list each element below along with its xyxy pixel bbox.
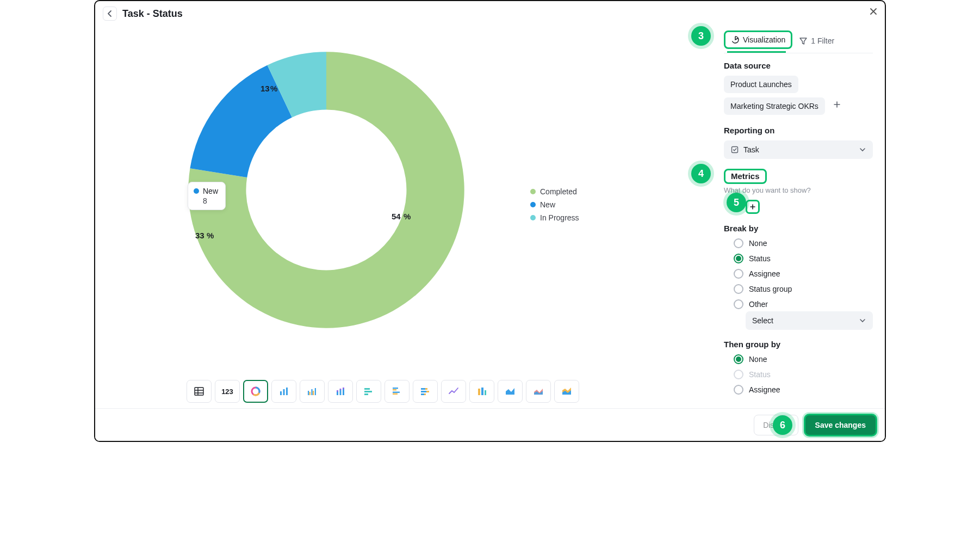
multi-area-icon: [533, 386, 544, 397]
svg-rect-18: [364, 394, 368, 395]
svg-rect-15: [343, 388, 344, 389]
table-icon: [194, 386, 204, 397]
svg-rect-14: [343, 389, 344, 395]
svg-rect-26: [426, 391, 429, 392]
viz-line-button[interactable]: [441, 380, 466, 403]
viz-stacked-bar-button[interactable]: [328, 380, 353, 403]
step-badge-3: 3: [691, 26, 711, 46]
add-data-source-button[interactable]: [830, 98, 843, 111]
svg-rect-21: [393, 392, 400, 393]
tab-visualization[interactable]: Visualization: [724, 30, 792, 49]
chart-area: 54% 33% 13% New 8 Completed: [95, 25, 718, 408]
add-metric-button[interactable]: [746, 200, 760, 214]
viz-column-colored-button[interactable]: [469, 380, 494, 403]
radio-group-none[interactable]: None: [734, 354, 873, 364]
tab-underline: [727, 51, 786, 53]
legend-item-new[interactable]: New: [530, 200, 579, 209]
close-icon: [869, 7, 878, 16]
dot-icon: [194, 188, 199, 194]
bar-chart-icon: [278, 386, 289, 397]
viz-stacked-area-button[interactable]: [554, 380, 579, 403]
viz-bar-button[interactable]: [271, 380, 296, 403]
break-by-radios: None Status Assignee Status group Other: [734, 238, 873, 309]
svg-rect-23: [421, 388, 425, 390]
legend-item-completed[interactable]: Completed: [530, 187, 579, 196]
svg-rect-3: [283, 389, 285, 395]
save-changes-button[interactable]: Save changes: [804, 414, 877, 437]
radio-break-status-group[interactable]: Status group: [734, 284, 873, 294]
svg-rect-12: [340, 390, 342, 395]
svg-rect-11: [337, 390, 338, 392]
svg-rect-31: [485, 390, 486, 395]
chart-tooltip: New 8: [188, 182, 226, 210]
chip-data-source-1[interactable]: Marketing Strategic OKRs: [724, 97, 825, 115]
number-icon: 123: [221, 388, 233, 396]
line-chart-icon: [448, 386, 459, 397]
radio-break-status[interactable]: Status: [734, 254, 873, 263]
footer: Discard Save changes: [95, 408, 885, 441]
radio-group-assignee[interactable]: Assignee: [734, 385, 873, 395]
config-sidebar: Visualization 1 Filter Data source Produ…: [718, 25, 885, 408]
radio-group-status: Status: [734, 370, 873, 379]
reporting-on-select[interactable]: Task: [724, 140, 873, 159]
heading-break-by: Break by: [724, 224, 873, 233]
tooltip-label: New: [203, 187, 218, 195]
svg-rect-0: [195, 388, 203, 395]
chart-legend: Completed New In Progress: [530, 187, 579, 222]
svg-rect-17: [364, 391, 372, 392]
then-group-radios: None Status Assignee: [734, 354, 873, 395]
tooltip-count: 8: [194, 196, 219, 205]
plus-icon: [833, 100, 841, 109]
task-icon: [730, 145, 739, 154]
svg-rect-22: [393, 394, 398, 395]
svg-rect-20: [393, 389, 396, 390]
donut-chart: 54% 33% 13% New 8: [166, 29, 487, 351]
viz-number-button[interactable]: 123: [215, 380, 240, 403]
viz-multi-area-button[interactable]: [526, 380, 551, 403]
svg-rect-2: [280, 391, 282, 395]
chip-data-source-0[interactable]: Product Launches: [724, 76, 798, 93]
viz-donut-button[interactable]: [243, 380, 268, 403]
header: Task - Status: [95, 1, 885, 25]
dot-icon: [530, 189, 536, 194]
step-badge-4: 4: [691, 164, 711, 183]
sidebar-tabs: Visualization 1 Filter: [724, 30, 873, 53]
pie-chart-icon: [731, 35, 740, 44]
close-button[interactable]: [867, 5, 879, 17]
tab-filter[interactable]: 1 Filter: [795, 33, 839, 48]
data-source-chips: Product Launches Marketing Strategic OKR…: [724, 76, 873, 119]
radio-break-none[interactable]: None: [734, 238, 873, 248]
svg-rect-4: [286, 388, 288, 395]
modal-frame: Task - Status 54% 33%: [94, 0, 886, 442]
legend-item-inprogress[interactable]: In Progress: [530, 213, 579, 222]
viz-table-button[interactable]: [187, 380, 212, 403]
svg-rect-19: [393, 388, 398, 389]
viz-grouped-hbar-button[interactable]: [384, 380, 410, 403]
plus-icon: [749, 203, 756, 211]
hbar-icon: [363, 386, 374, 397]
page-title: Task - Status: [122, 8, 183, 20]
radio-break-other[interactable]: Other: [734, 299, 873, 309]
break-other-select[interactable]: Select: [746, 311, 873, 330]
metrics-all-row: All: [734, 200, 873, 214]
viz-area-button[interactable]: [498, 380, 523, 403]
radio-break-assignee[interactable]: Assignee: [734, 269, 873, 279]
visualization-type-picker: 123: [187, 380, 579, 403]
chevron-down-icon: [859, 317, 866, 324]
slice-label-completed: 54: [392, 212, 401, 221]
viz-hbar-button[interactable]: [356, 380, 381, 403]
back-button[interactable]: [103, 7, 117, 21]
svg-rect-13: [340, 389, 342, 390]
svg-rect-16: [364, 388, 370, 390]
stacked-bar-icon: [335, 386, 346, 397]
svg-rect-24: [425, 388, 427, 390]
svg-rect-29: [478, 389, 480, 395]
viz-grouped-bar-button[interactable]: [300, 380, 325, 403]
chevron-down-icon: [859, 146, 866, 153]
dot-icon: [530, 202, 536, 207]
viz-stacked-hbar-button[interactable]: [413, 380, 438, 403]
chevron-left-icon: [106, 10, 114, 17]
svg-rect-9: [315, 388, 316, 395]
metrics-heading-highlight: Metrics: [724, 169, 767, 184]
svg-rect-7: [311, 389, 312, 395]
